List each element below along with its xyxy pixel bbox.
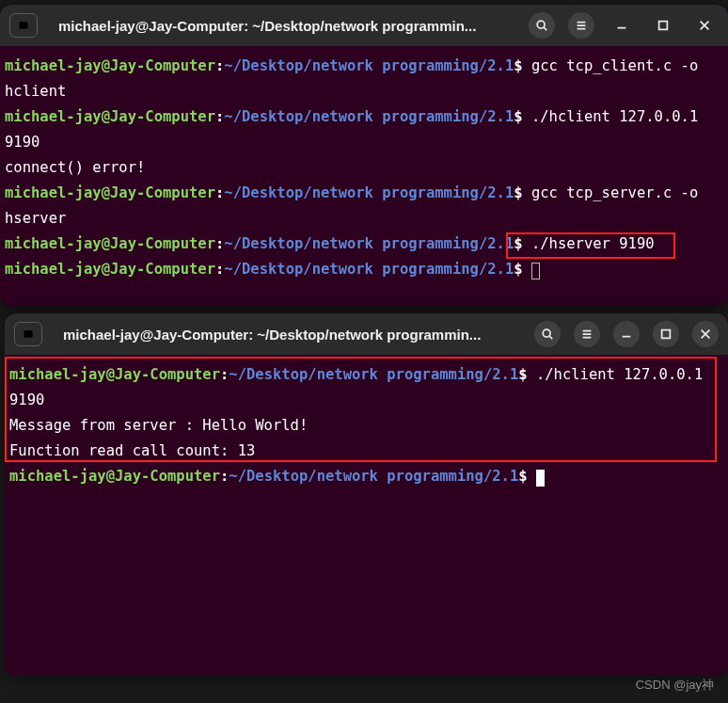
prompt-dollar: $: [514, 184, 522, 201]
prompt-colon: :: [215, 108, 224, 125]
svg-rect-9: [659, 22, 668, 30]
prompt-dollar: $: [514, 235, 522, 252]
command-line: michael-jay@Jay-Computer:~/Desktop/netwo…: [9, 362, 723, 388]
command-line: michael-jay@Jay-Computer:~/Desktop/netwo…: [5, 181, 723, 206]
minimize-button[interactable]: [613, 321, 640, 347]
prompt-path: ~/Desktop/network programming/2.1: [224, 235, 514, 252]
output-line: Function read call count: 13: [9, 439, 723, 464]
prompt-user: michael-jay@Jay-Computer: [9, 468, 220, 485]
titlebar-1[interactable]: michael-jay@Jay-Computer: ~/Desktop/netw…: [0, 5, 728, 46]
command-text: hclient: [5, 83, 66, 100]
minimize-button[interactable]: [608, 11, 636, 40]
prompt-colon: :: [215, 235, 224, 252]
svg-rect-21: [662, 330, 671, 339]
search-icon: [541, 328, 554, 341]
prompt-path: ~/Desktop/network programming/2.1: [224, 261, 514, 278]
hamburger-icon: [580, 328, 593, 341]
svg-point-15: [543, 329, 550, 337]
command-line-wrap: 9190: [9, 388, 723, 413]
watermark: CSDN @jay神: [636, 677, 714, 694]
prompt-path: ~/Desktop/network programming/2.1: [224, 57, 514, 74]
prompt-colon: :: [220, 366, 229, 383]
output-text: Message from server : Hello World!: [9, 417, 308, 434]
terminal-body-2[interactable]: michael-jay@Jay-Computer:~/Desktop/netwo…: [5, 355, 728, 497]
output-line: connect() error!: [5, 155, 723, 181]
command-line-wrap: 9190: [5, 130, 723, 155]
maximize-icon: [659, 328, 673, 341]
close-icon: [698, 19, 711, 32]
terminal-window-2: michael-jay@Jay-Computer: ~/Desktop/netw…: [5, 313, 728, 676]
command-line-wrap: hserver: [5, 206, 723, 232]
command-text: 9190: [9, 391, 44, 408]
search-icon: [535, 19, 548, 32]
command-text: ./hclient 127.0.0.1: [536, 366, 703, 383]
command-text: gcc tcp_client.c -o: [531, 57, 698, 74]
svg-point-3: [537, 21, 545, 28]
close-button[interactable]: [692, 321, 719, 347]
terminal-body-1[interactable]: michael-jay@Jay-Computer:~/Desktop/netwo…: [0, 46, 728, 290]
svg-rect-0: [20, 22, 28, 29]
search-button[interactable]: [529, 12, 555, 39]
menu-button[interactable]: [568, 12, 594, 39]
cursor-icon: [536, 470, 545, 487]
prompt-colon: :: [215, 57, 224, 74]
search-button[interactable]: [534, 321, 561, 347]
maximize-icon: [657, 19, 670, 32]
window-title-1: michael-jay@Jay-Computer: ~/Desktop/netw…: [58, 18, 521, 34]
output-text: connect() error!: [5, 159, 145, 176]
prompt-dollar: $: [518, 366, 527, 383]
prompt-user: michael-jay@Jay-Computer: [5, 184, 215, 201]
menu-button[interactable]: [574, 321, 600, 347]
command-text: 9190: [5, 134, 40, 151]
prompt-colon: :: [215, 261, 224, 278]
close-icon: [699, 328, 712, 341]
prompt-path: ~/Desktop/network programming/2.1: [224, 108, 514, 125]
minimize-icon: [620, 328, 633, 341]
command-text: hserver: [5, 210, 66, 227]
new-tab-button[interactable]: [9, 13, 38, 38]
new-tab-icon: [18, 20, 29, 31]
command-text: gcc tcp_server.c -o: [531, 184, 698, 201]
command-text: ./hserver 9190: [531, 235, 655, 252]
prompt-dollar: $: [514, 261, 522, 278]
command-text: ./hclient 127.0.0.1: [531, 108, 698, 125]
prompt-user: michael-jay@Jay-Computer: [5, 235, 215, 252]
command-line: michael-jay@Jay-Computer:~/Desktop/netwo…: [5, 232, 723, 257]
maximize-button[interactable]: [653, 321, 679, 347]
minimize-icon: [615, 19, 628, 32]
prompt-path: ~/Desktop/network programming/2.1: [229, 468, 518, 485]
prompt-path: ~/Desktop/network programming/2.1: [224, 184, 514, 201]
svg-rect-12: [24, 330, 33, 338]
prompt-user: michael-jay@Jay-Computer: [5, 261, 215, 278]
prompt-colon: :: [220, 468, 229, 485]
prompt-path: ~/Desktop/network programming/2.1: [229, 366, 518, 383]
prompt-dollar: $: [518, 468, 527, 485]
command-line: michael-jay@Jay-Computer:~/Desktop/netwo…: [5, 54, 723, 79]
prompt-dollar: $: [514, 108, 522, 125]
svg-line-16: [549, 336, 552, 339]
output-text: Function read call count: 13: [9, 442, 255, 459]
prompt-user: michael-jay@Jay-Computer: [9, 366, 220, 383]
close-button[interactable]: [690, 11, 719, 40]
window-title-2: michael-jay@Jay-Computer: ~/Desktop/netw…: [63, 327, 527, 343]
command-line-wrap: hclient: [5, 79, 723, 104]
svg-line-4: [544, 27, 546, 30]
command-line: michael-jay@Jay-Computer:~/Desktop/netwo…: [5, 257, 723, 282]
terminal-window-1: michael-jay@Jay-Computer: ~/Desktop/netw…: [0, 5, 728, 306]
new-tab-icon: [23, 328, 34, 340]
command-line: michael-jay@Jay-Computer:~/Desktop/netwo…: [9, 464, 723, 489]
prompt-dollar: $: [514, 57, 522, 74]
hamburger-icon: [575, 19, 588, 32]
command-line: michael-jay@Jay-Computer:~/Desktop/netwo…: [5, 104, 723, 130]
cursor-icon: [531, 263, 540, 280]
new-tab-button[interactable]: [14, 322, 42, 346]
prompt-user: michael-jay@Jay-Computer: [5, 57, 215, 74]
prompt-colon: :: [215, 184, 224, 201]
titlebar-2[interactable]: michael-jay@Jay-Computer: ~/Desktop/netw…: [5, 313, 728, 355]
maximize-button[interactable]: [649, 11, 677, 40]
output-line: Message from server : Hello World!: [9, 413, 723, 439]
prompt-user: michael-jay@Jay-Computer: [5, 108, 215, 125]
